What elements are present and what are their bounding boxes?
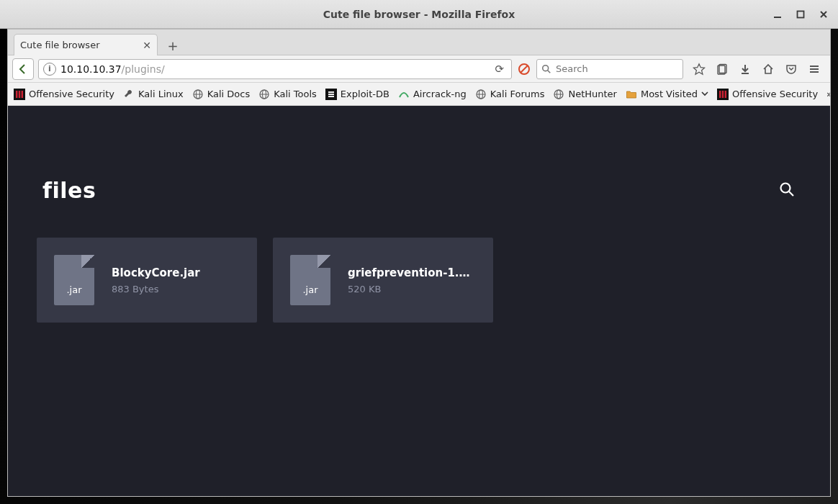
bookmark-label: Kali Forums (490, 89, 545, 99)
file-card[interactable]: .jarBlockyCore.jar883 Bytes (37, 238, 257, 323)
search-icon (541, 64, 551, 74)
file-name: BlockyCore.jar (112, 266, 240, 279)
close-button[interactable] (814, 6, 834, 23)
url-host: 10.10.10.37 (60, 63, 122, 75)
bookmark-label: Offensive Security (29, 89, 114, 99)
wrench-icon (123, 89, 135, 100)
globe-icon (475, 89, 487, 100)
bookmark-item[interactable]: Kali Linux (123, 89, 184, 100)
reload-button[interactable]: ⟳ (492, 63, 507, 76)
window-title: Cute file browser - Mozilla Firefox (0, 9, 838, 20)
bookmark-label: NetHunter (568, 89, 617, 99)
globe-icon (192, 89, 204, 100)
bookmark-label: Kali Tools (274, 89, 317, 99)
svg-point-33 (781, 183, 790, 192)
page-content: files .jarBlockyCore.jar883 Bytes.jargri… (8, 106, 830, 496)
bookmark-star-icon[interactable] (692, 62, 706, 76)
minimize-button[interactable] (767, 6, 788, 23)
search-input[interactable] (556, 63, 678, 74)
air-icon (398, 89, 410, 100)
svg-rect-30 (719, 91, 721, 98)
svg-line-34 (789, 192, 793, 196)
db-icon (325, 89, 337, 100)
svg-point-4 (543, 65, 549, 71)
url-bar[interactable]: i 10.10.10.37/plugins/ ⟳ (38, 59, 512, 79)
file-meta: BlockyCore.jar883 Bytes (112, 266, 240, 294)
bookmark-label: Most Visited (641, 89, 698, 99)
menu-icon[interactable] (807, 62, 821, 76)
tab-strip: Cute file browser ✕ + (8, 30, 830, 55)
close-tab-icon[interactable]: ✕ (143, 40, 151, 50)
back-button[interactable] (12, 58, 34, 80)
svg-rect-31 (722, 91, 724, 98)
bookmark-item[interactable]: Kali Tools (258, 89, 317, 100)
blocked-content-icon[interactable] (516, 61, 532, 77)
bookmark-item[interactable]: Offensive Security (717, 89, 818, 100)
file-icon: .jar (290, 255, 330, 305)
svg-rect-13 (16, 91, 17, 98)
kali-icon (14, 89, 25, 100)
folder-icon (626, 89, 637, 100)
file-card[interactable]: .jargriefprevention-1.1…520 KB (273, 238, 493, 323)
bookmark-label: Aircrack-ng (413, 89, 467, 99)
bookmark-item[interactable]: NetHunter (553, 89, 617, 100)
bookmark-item[interactable]: Offensive Security (14, 89, 114, 100)
search-box[interactable] (536, 59, 683, 79)
svg-rect-15 (22, 91, 23, 98)
svg-line-3 (521, 66, 528, 72)
url-path: /plugins/ (122, 63, 165, 75)
bookmark-item[interactable]: Kali Forums (475, 89, 545, 100)
file-meta: griefprevention-1.1…520 KB (348, 266, 476, 294)
maximize-button[interactable] (790, 6, 811, 23)
svg-rect-0 (774, 17, 781, 18)
kali-icon (717, 89, 729, 100)
browser-window: Cute file browser ✕ + i 10.10.10.37/plug… (7, 29, 831, 497)
url-display: 10.10.10.37/plugins/ (60, 63, 487, 75)
file-icon: .jar (54, 255, 94, 305)
bookmarks-overflow-icon[interactable]: » (826, 89, 830, 99)
os-titlebar: Cute file browser - Mozilla Firefox (0, 0, 838, 29)
library-icon[interactable] (715, 62, 729, 76)
bookmark-label: Kali Linux (138, 89, 184, 99)
pocket-icon[interactable] (784, 62, 798, 76)
svg-line-5 (548, 70, 551, 73)
file-name: griefprevention-1.1… (348, 266, 476, 279)
file-grid: .jarBlockyCore.jar883 Bytes.jargriefprev… (8, 225, 830, 336)
bookmarks-bar: Offensive SecurityKali LinuxKali DocsKal… (8, 83, 830, 106)
svg-rect-1 (798, 11, 804, 17)
tab-title: Cute file browser (20, 40, 137, 50)
file-extension: .jar (54, 284, 94, 295)
info-icon[interactable]: i (43, 63, 56, 76)
home-icon[interactable] (761, 62, 775, 76)
bookmark-label: Exploit-DB (341, 89, 389, 99)
svg-rect-32 (725, 91, 726, 98)
bookmark-label: Kali Docs (207, 89, 251, 99)
chevron-down-icon (701, 89, 708, 99)
new-tab-button[interactable]: + (162, 36, 184, 55)
downloads-icon[interactable] (738, 62, 752, 76)
page-search-icon[interactable] (778, 181, 796, 201)
globe-icon (553, 89, 564, 100)
bookmark-item[interactable]: Exploit-DB (325, 89, 389, 100)
bookmark-item[interactable]: Most Visited (626, 89, 708, 100)
file-size: 883 Bytes (112, 284, 240, 294)
browser-tab[interactable]: Cute file browser ✕ (14, 34, 158, 55)
bookmark-item[interactable]: Aircrack-ng (398, 89, 467, 100)
file-size: 520 KB (348, 284, 476, 294)
svg-rect-14 (19, 91, 20, 98)
bookmark-item[interactable]: Kali Docs (192, 89, 251, 100)
page-title: files (42, 178, 96, 203)
bookmark-label: Offensive Security (732, 89, 818, 99)
nav-toolbar: i 10.10.10.37/plugins/ ⟳ (8, 55, 830, 83)
file-extension: .jar (290, 284, 330, 295)
globe-icon (258, 89, 270, 100)
